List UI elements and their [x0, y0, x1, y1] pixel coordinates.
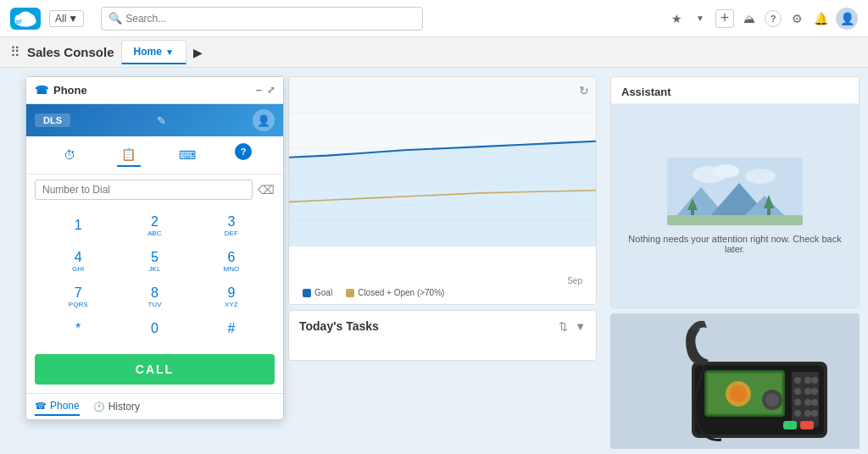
search-input[interactable]	[125, 13, 415, 25]
svg-rect-22	[667, 215, 803, 225]
phone-user-bar: DLS ✎ 👤	[26, 104, 283, 136]
assistant-message: Nothing needs your attention right now. …	[628, 234, 842, 254]
tasks-panel: Today's Tasks ⇅ ▼	[288, 310, 597, 361]
edit-icon[interactable]: ✎	[157, 114, 166, 127]
location-icon[interactable]: ⛰	[741, 10, 758, 27]
keypad-key-0[interactable]: 0	[116, 315, 192, 344]
keypad-key-4[interactable]: 4 GHI	[40, 244, 116, 280]
phone-clock-icon[interactable]: ⏱	[58, 143, 81, 167]
phone-panel-title-area: ☎ Phone	[35, 84, 87, 97]
app-bar: ⠿ Sales Console Home ▼ ▶	[0, 37, 868, 68]
chart-legend: Goal Closed + Open (>70%)	[303, 288, 444, 297]
user-avatar-badge[interactable]: 👤	[253, 109, 275, 131]
phone-history-tabs: ☎ Phone 🕐 History	[26, 393, 283, 419]
all-dropdown[interactable]: All ▼	[49, 10, 84, 27]
help-icon[interactable]: ?	[765, 10, 782, 27]
minimize-icon[interactable]: −	[255, 84, 262, 97]
user-avatar[interactable]: 👤	[836, 8, 858, 30]
center-panels: ↻	[288, 68, 605, 454]
assistant-illustration-svg	[667, 158, 803, 225]
tasks-sort-icon[interactable]: ⇅	[559, 320, 568, 333]
call-button[interactable]: CALL	[35, 354, 275, 385]
keypad-key-5[interactable]: 5 JKL	[116, 244, 192, 280]
phone-icons-bar: ⏱ 📋 ⌨ ?	[26, 136, 283, 174]
svg-point-39	[811, 399, 818, 406]
cursor-indicator: ▶	[193, 46, 203, 59]
svg-point-29	[730, 385, 747, 402]
phone-keypad-icon[interactable]: ⌨	[175, 143, 199, 167]
keypad-key-6[interactable]: 6 MNO	[193, 244, 270, 280]
chart-refresh-icon[interactable]: ↻	[579, 84, 589, 97]
keypad-key-8[interactable]: 8 TUV	[116, 280, 192, 315]
global-search-bar[interactable]: 🔍	[101, 7, 423, 30]
chart-panel: ↻	[288, 76, 597, 305]
tab-history[interactable]: 🕐 History	[93, 398, 140, 415]
desk-phone-area	[610, 313, 860, 449]
svg-point-36	[811, 388, 818, 395]
phone-tab-icon: ☎	[35, 401, 47, 412]
phone-help-icon[interactable]: ?	[235, 143, 252, 160]
legend-goal-dot	[303, 289, 311, 297]
phone-icon: ☎	[35, 84, 48, 97]
keypad-key-9[interactable]: 9 XYZ	[193, 280, 270, 315]
chart-sep-label: Sep	[567, 276, 582, 285]
tasks-panel-header: Today's Tasks ⇅ ▼	[299, 319, 586, 333]
phone-panel: ☎ Phone − ⤢ DLS ✎ 👤 ⏱ 📋 ⌨ ? ⌫ 1	[25, 76, 284, 420]
tasks-panel-title: Today's Tasks	[299, 319, 379, 333]
content-row: ↻	[288, 68, 868, 454]
svg-marker-10	[289, 141, 596, 246]
tab-phone[interactable]: ☎ Phone	[35, 397, 80, 416]
legend-closed-label: Closed + Open (>70%)	[358, 288, 444, 297]
assistant-panel: Assistant	[610, 76, 860, 308]
tasks-dropdown-icon[interactable]: ▼	[575, 320, 586, 333]
keypad-key-3[interactable]: 3 DEF	[193, 208, 270, 244]
assistant-illustration-area: Nothing needs your attention right now. …	[611, 104, 859, 307]
svg-point-40	[794, 410, 801, 417]
legend-goal: Goal	[303, 288, 332, 297]
dial-input-row: ⌫	[26, 174, 283, 205]
svg-point-31	[794, 377, 801, 384]
keypad-key-7[interactable]: 7 PQRS	[40, 280, 116, 315]
svg-point-38	[804, 399, 811, 406]
keypad-key-1[interactable]: 1	[40, 208, 116, 244]
favorites-dropdown-icon[interactable]: ▼	[692, 10, 709, 27]
svg-rect-45	[783, 421, 797, 429]
all-label: All	[55, 13, 66, 25]
chart-svg	[289, 77, 596, 246]
history-tab-label: History	[108, 401, 140, 412]
all-dropdown-icon: ▼	[68, 13, 78, 25]
setup-icon[interactable]: ⚙	[788, 10, 805, 27]
svg-point-33	[811, 377, 818, 384]
legend-closed: Closed + Open (>70%)	[346, 288, 444, 297]
add-icon[interactable]: +	[715, 9, 734, 28]
apps-grid-icon[interactable]: ⠿	[10, 44, 20, 60]
phone-panel-header: ☎ Phone − ⤢	[26, 77, 283, 104]
legend-closed-dot	[346, 289, 354, 297]
dial-backspace-icon[interactable]: ⌫	[258, 183, 275, 197]
phone-panel-controls: − ⤢	[255, 84, 275, 97]
svg-point-44	[765, 393, 779, 407]
legend-goal-label: Goal	[314, 288, 332, 297]
main-content: ☎ Phone − ⤢ DLS ✎ 👤 ⏱ 📋 ⌨ ? ⌫ 1	[0, 68, 868, 454]
dial-input[interactable]	[35, 180, 253, 200]
svg-point-34	[794, 388, 801, 395]
tab-home[interactable]: Home ▼	[121, 40, 186, 64]
svg-point-35	[804, 388, 811, 395]
salesforce-logo[interactable]: sf	[10, 8, 41, 30]
favorites-icon[interactable]: ★	[668, 10, 685, 27]
keypad-key-2[interactable]: 2 ABC	[116, 208, 192, 244]
tasks-panel-actions: ⇅ ▼	[559, 320, 586, 333]
svg-point-42	[811, 410, 818, 417]
top-nav-actions: ★ ▼ + ⛰ ? ⚙ 🔔 👤	[668, 8, 858, 30]
notifications-icon[interactable]: 🔔	[812, 10, 829, 27]
keypad-key-hash[interactable]: #	[193, 315, 270, 344]
top-navigation: sf All ▼ 🔍 ★ ▼ + ⛰ ? ⚙ 🔔 👤	[0, 0, 868, 37]
keypad-key-star[interactable]: *	[40, 315, 116, 344]
phone-contacts-icon[interactable]: 📋	[117, 143, 141, 167]
desk-phone-svg	[683, 313, 853, 442]
tab-home-dropdown[interactable]: ▼	[165, 47, 174, 57]
svg-point-32	[804, 377, 811, 384]
svg-rect-46	[800, 421, 814, 429]
app-title: Sales Console	[27, 45, 114, 59]
expand-icon[interactable]: ⤢	[267, 85, 275, 96]
